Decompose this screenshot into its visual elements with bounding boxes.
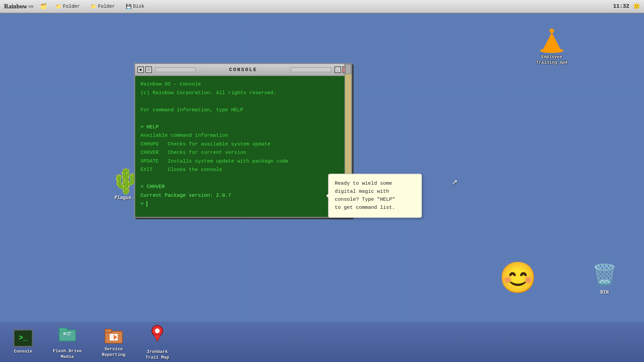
svg-rect-3 xyxy=(67,332,71,333)
menubar-folder-1[interactable]: 📁 Folder xyxy=(54,3,82,10)
flash-drive-img xyxy=(59,324,76,347)
titlebar-btn-rect[interactable]: □ xyxy=(145,66,152,73)
menubar-sep-1: 🗂️ xyxy=(40,3,47,10)
taskbar-console[interactable]: >_ Console xyxy=(13,329,33,355)
titlebar-scrollbar-2 xyxy=(291,67,331,72)
disk-icon: 💾 xyxy=(126,4,131,9)
console-taskbar-img: >_ xyxy=(13,329,33,347)
svg-rect-1 xyxy=(59,328,67,331)
taskbar-ironbark[interactable]: IronbarkTrail Map xyxy=(146,323,169,361)
employee-training-img xyxy=(540,28,564,53)
console-titlebar: ■ □ CONSOLE _ ✕ xyxy=(135,64,351,76)
plague-label: Plague.c xyxy=(114,195,137,200)
taskbar-flash-label: Flash DriveMedia xyxy=(53,349,82,360)
tooltip-bubble: Ready to wield somedigital magic withcon… xyxy=(328,174,422,218)
console-scrollbar-thumb xyxy=(345,64,351,74)
folder-icon-1: 📁 xyxy=(56,4,61,9)
svg-rect-6 xyxy=(105,329,112,333)
smiley-small-icon: 🙂 xyxy=(633,3,640,10)
ironbark-img xyxy=(148,323,167,347)
taskbar-flash-drive[interactable]: Flash DriveMedia xyxy=(53,324,82,360)
console-window: ■ □ CONSOLE _ ✕ Rainbow OS - Console (c)… xyxy=(134,63,352,218)
console-body[interactable]: Rainbow OS - Console (c) Rainbow Corpora… xyxy=(135,76,351,217)
menubar: RainbowOS 🗂️ 📁 Folder 📁 Folder 💾 Disk 11… xyxy=(0,0,644,13)
menubar-right: 11:32 🙂 xyxy=(613,3,640,10)
menubar-folder-2[interactable]: 📁 Folder xyxy=(89,3,117,10)
svg-marker-11 xyxy=(154,335,161,342)
console-title: CONSOLE xyxy=(199,67,287,73)
os-logo[interactable]: RainbowOS xyxy=(4,3,34,10)
mouse-cursor: ↗ xyxy=(452,176,458,187)
smiley-face-icon[interactable]: 😊 xyxy=(499,265,537,295)
bin-icon[interactable]: 🗑️ BIN xyxy=(592,263,617,295)
bin-label: BIN xyxy=(600,290,609,295)
console-output: Rainbow OS - Console (c) Rainbow Corpora… xyxy=(141,80,346,208)
titlebar-scrollbar xyxy=(155,67,196,72)
menubar-disk[interactable]: 💾 Disk xyxy=(124,3,147,10)
clock: 11:32 xyxy=(613,3,629,9)
console-body-wrapper: Rainbow OS - Console (c) Rainbow Corpora… xyxy=(135,76,351,217)
folder-icon-2: 📁 xyxy=(91,4,96,9)
service-reporting-img xyxy=(104,326,123,345)
tooltip-text: Ready to wield somedigital magic withcon… xyxy=(335,181,395,210)
employee-training-label: Employee Training.mp4 xyxy=(536,54,568,66)
svg-rect-4 xyxy=(67,334,70,335)
taskbar-console-label: Console xyxy=(14,349,33,355)
bin-img: 🗑️ xyxy=(592,263,617,288)
taskbar-ironbark-label: IronbarkTrail Map xyxy=(146,349,169,361)
taskbar-service-reporting[interactable]: ServiceReporting xyxy=(102,326,125,358)
svg-rect-2 xyxy=(63,332,66,335)
employee-training-icon[interactable]: Employee Training.mp4 xyxy=(533,28,570,66)
titlebar-btn-square[interactable]: ■ xyxy=(137,66,144,73)
taskbar: >_ Console Flash DriveMedia xyxy=(0,322,644,362)
minimize-button[interactable]: _ xyxy=(334,66,341,73)
taskbar-service-label: ServiceReporting xyxy=(102,347,125,358)
svg-point-10 xyxy=(155,328,160,333)
